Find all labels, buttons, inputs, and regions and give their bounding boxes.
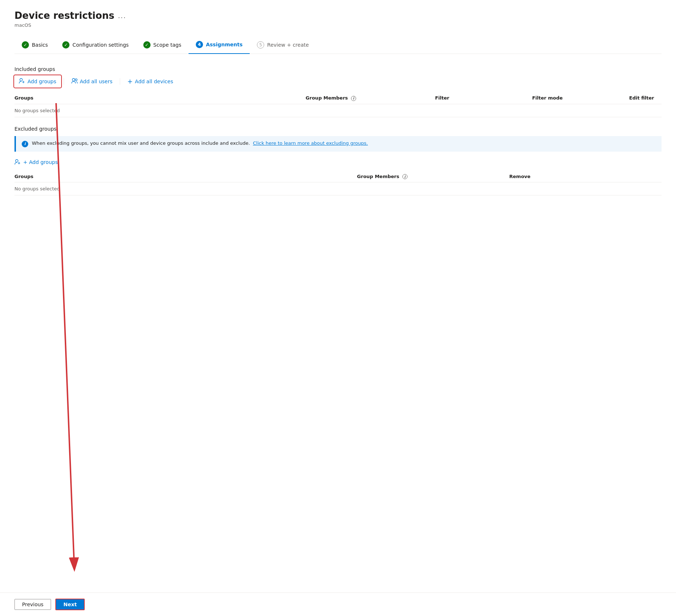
separator-2 <box>120 78 120 85</box>
reviewcreate-num-icon: 5 <box>257 41 264 48</box>
excluded-group-members-info-icon[interactable]: i <box>402 174 407 179</box>
add-all-users-button[interactable]: Add all users <box>67 76 117 87</box>
wizard-step-basics[interactable]: ✓ Basics <box>14 37 55 54</box>
page-subtitle: macOS <box>14 22 662 28</box>
reviewcreate-label: Review + create <box>267 42 309 48</box>
excluded-groups-table: Groups Group Members i Remove No groups … <box>14 171 662 196</box>
add-all-devices-icon: + <box>127 78 133 85</box>
included-col-filter: Filter <box>435 92 532 104</box>
excluded-add-groups-icon <box>14 159 21 166</box>
excluded-no-groups-cell: No groups selected <box>14 182 357 195</box>
learn-more-link[interactable]: Click here to learn more about excluding… <box>253 140 368 146</box>
included-action-buttons: Add groups Add all users <box>14 76 662 87</box>
svg-point-3 <box>16 159 18 162</box>
included-col-editfilter: Edit filter <box>629 92 662 104</box>
table-row: No groups selected <box>14 182 662 195</box>
configuration-check-icon: ✓ <box>62 41 69 48</box>
wizard-step-scopetags[interactable]: ✓ Scope tags <box>136 37 189 54</box>
assignments-num-icon: 4 <box>196 41 203 48</box>
content-area: Included groups Add groups <box>14 65 662 195</box>
add-all-users-icon <box>71 78 78 85</box>
group-members-info-icon[interactable]: i <box>351 96 356 101</box>
page-title-ellipsis[interactable]: ... <box>118 12 126 20</box>
included-col-members: Group Members i <box>306 92 435 104</box>
info-banner-icon: i <box>22 141 28 147</box>
excluded-groups-section: Excluded groups i When excluding groups,… <box>14 126 662 196</box>
wizard-step-assignments[interactable]: 4 Assignments <box>189 37 250 54</box>
included-col-filtermode: Filter mode <box>532 92 629 104</box>
next-button[interactable]: Next <box>55 599 85 610</box>
included-groups-table: Groups Group Members i Filter Filter mod… <box>14 92 662 117</box>
add-groups-icon <box>19 78 25 85</box>
page-title: Device restrictions ... <box>14 10 126 21</box>
scopetags-label: Scope tags <box>153 42 181 48</box>
add-all-users-label: Add all users <box>80 79 113 84</box>
excluded-col-groups: Groups <box>14 171 357 182</box>
excluded-col-remove: Remove <box>509 171 662 182</box>
add-groups-label: Add groups <box>28 79 56 84</box>
excluded-add-groups-button[interactable]: + Add groups <box>14 159 58 166</box>
footer-bar: Previous Next <box>0 592 676 616</box>
included-col-groups: Groups <box>14 92 306 104</box>
included-groups-section: Included groups Add groups <box>14 66 662 117</box>
previous-button[interactable]: Previous <box>14 599 51 610</box>
wizard-steps: ✓ Basics ✓ Configuration settings ✓ Scop… <box>14 37 662 54</box>
wizard-step-configuration[interactable]: ✓ Configuration settings <box>55 37 136 54</box>
basics-check-icon: ✓ <box>22 41 29 48</box>
separator-1 <box>64 78 64 85</box>
info-banner: i When excluding groups, you cannot mix … <box>14 136 662 152</box>
svg-point-1 <box>72 79 75 81</box>
wizard-step-reviewcreate[interactable]: 5 Review + create <box>250 37 316 54</box>
add-groups-button[interactable]: Add groups <box>14 76 61 87</box>
svg-point-0 <box>20 79 22 81</box>
scopetags-check-icon: ✓ <box>143 41 151 48</box>
add-all-devices-label: Add all devices <box>135 79 173 84</box>
basics-label: Basics <box>32 42 48 48</box>
add-groups-wrapper: Add groups <box>14 76 61 87</box>
excluded-add-groups-label: + Add groups <box>23 159 58 165</box>
assignments-label: Assignments <box>206 42 242 47</box>
excluded-col-members: Group Members i <box>357 171 510 182</box>
configuration-label: Configuration settings <box>72 42 128 48</box>
svg-point-2 <box>75 79 77 81</box>
info-banner-text: When excluding groups, you cannot mix us… <box>32 140 368 146</box>
table-row: No groups selected <box>14 104 662 117</box>
add-all-devices-button[interactable]: + Add all devices <box>123 76 178 87</box>
included-no-groups-cell: No groups selected <box>14 104 306 117</box>
excluded-section-label: Excluded groups <box>14 126 662 132</box>
included-section-label: Included groups <box>14 66 662 72</box>
